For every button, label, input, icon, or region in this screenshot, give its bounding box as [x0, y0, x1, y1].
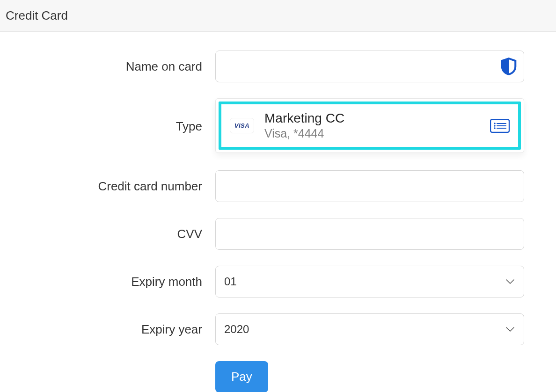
visa-card-icon: VISA [230, 118, 254, 133]
expiry-month-value: 01 [224, 275, 237, 288]
card-list-icon [490, 119, 510, 133]
row-submit: Pay [17, 361, 539, 392]
row-type: Type VISA Marketing CC Visa, *4444 [17, 98, 539, 154]
row-cc-number: Credit card number [17, 170, 539, 202]
suggestion-subtitle: Visa, *4444 [264, 127, 480, 140]
name-label: Name on card [17, 59, 215, 74]
svg-point-1 [494, 123, 496, 124]
row-expiry-month: Expiry month 01 [17, 266, 539, 298]
name-input[interactable] [215, 51, 524, 82]
expiry-year-value: 2020 [224, 323, 249, 336]
pay-button[interactable]: Pay [215, 361, 268, 392]
cvv-label: CVV [17, 227, 215, 241]
suggestion-title: Marketing CC [264, 111, 480, 126]
expiry-month-select[interactable]: 01 [215, 266, 524, 298]
expiry-year-label: Expiry year [17, 322, 215, 337]
panel-title: Credit Card [6, 8, 68, 22]
cc-number-label: Credit card number [17, 179, 215, 194]
suggestion-text: Marketing CC Visa, *4444 [264, 111, 480, 140]
expiry-year-select[interactable]: 2020 [215, 313, 524, 345]
panel-header: Credit Card [0, 0, 556, 32]
type-label: Type [17, 119, 215, 134]
cvv-input[interactable] [215, 218, 524, 250]
row-expiry-year: Expiry year 2020 [17, 313, 539, 345]
credit-card-form: Name on card Type VISA Marketing CC Visa [0, 32, 556, 392]
cc-number-input[interactable] [215, 170, 524, 202]
autofill-popup: VISA Marketing CC Visa, *4444 [215, 98, 524, 153]
expiry-month-label: Expiry month [17, 275, 215, 289]
row-name: Name on card [17, 51, 539, 82]
svg-point-3 [494, 127, 496, 129]
autofill-suggestion[interactable]: VISA Marketing CC Visa, *4444 [219, 102, 521, 150]
svg-point-2 [494, 125, 496, 127]
row-cvv: CVV [17, 218, 539, 250]
